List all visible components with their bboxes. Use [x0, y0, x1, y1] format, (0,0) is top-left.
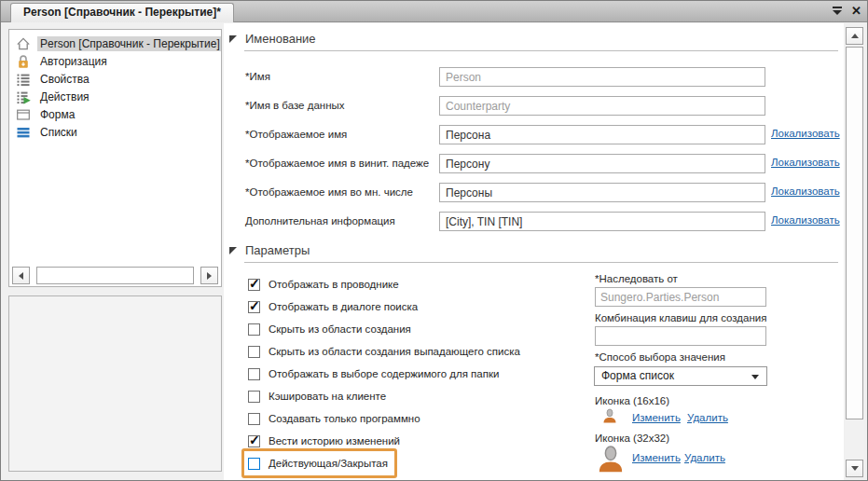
checkbox-keep-change-history[interactable]: Вести историю изменений [248, 433, 400, 449]
display-name-input[interactable] [439, 125, 765, 144]
person-icon-16 [602, 408, 617, 423]
name-input[interactable] [439, 67, 765, 87]
vertical-scrollbar [845, 27, 864, 477]
checkbox-show-in-search-dialog[interactable]: Отображать в диалоге поиска [248, 298, 418, 315]
checkbox-label: Отображать в выборе содержимого для папк… [269, 368, 499, 379]
icon16-label: Иконка (16x16) [595, 395, 768, 406]
icon32-delete-link[interactable]: Удалить [684, 452, 725, 463]
field-label: Дополнительная информация [245, 212, 395, 231]
arrow-down-icon [851, 466, 859, 471]
localize-link[interactable]: Локализовать [771, 157, 840, 168]
field-row-additional-info: Дополнительная информация Локализовать [245, 212, 861, 231]
tree-item-label: Действия [37, 89, 92, 104]
inherit-from-label: *Наследовать от [595, 273, 768, 284]
checkbox-show-in-explorer[interactable]: Отображать в проводнике [248, 276, 399, 293]
icon32-change-link[interactable]: Изменить [632, 452, 681, 463]
editor-content-pane: Именование *Имя *Имя в базе данных *Отоб… [224, 23, 844, 481]
arrow-right-icon [207, 272, 212, 280]
selection-mode-dropdown[interactable]: Форма список [594, 366, 767, 386]
checkbox-box[interactable] [248, 301, 260, 313]
localize-link[interactable]: Локализовать [771, 128, 840, 139]
db-name-input[interactable] [439, 96, 765, 116]
close-icon[interactable]: ✕ [851, 5, 861, 17]
field-row-display-name-plural: *Отображаемое имя во мн. числе Локализов… [245, 183, 861, 202]
vertical-scrollbar-thumb[interactable] [846, 47, 863, 419]
section-divider [244, 262, 838, 263]
icon16-change-link[interactable]: Изменить [632, 412, 681, 423]
chevron-down-icon [751, 375, 759, 379]
tree-item-label: Авторизация [37, 54, 110, 69]
checkbox-label: Отображать в проводнике [269, 279, 399, 290]
section-divider [244, 50, 838, 51]
display-name-plural-input[interactable] [439, 183, 765, 202]
scroll-up-button[interactable] [846, 27, 863, 45]
entity-editor-window: Person [Справочник - Перекрытие]* ✕ Pers… [0, 0, 868, 481]
scroll-right-button[interactable] [200, 267, 218, 284]
navigation-tree: Person [Справочник - Перекрытие] Авториз… [9, 34, 221, 141]
icon16-delete-link[interactable]: Удалить [687, 412, 728, 423]
checkbox-show-in-folder-content[interactable]: Отображать в выборе содержимого для папк… [248, 365, 499, 382]
tree-item-label: Person [Справочник - Перекрытие] [37, 36, 221, 51]
field-row-display-name: *Отображаемое имя Локализовать [245, 125, 861, 144]
window-position-icon[interactable] [832, 6, 843, 16]
naming-section-expander-icon[interactable] [229, 35, 237, 43]
checkbox-box[interactable] [248, 346, 260, 358]
horizontal-scrollbar-thumb[interactable] [36, 267, 194, 284]
tree-item-properties[interactable]: Свойства [9, 70, 221, 88]
properties-list-icon [16, 72, 31, 87]
checkbox-cache-on-client[interactable]: Кэшировать на клиенте [248, 388, 386, 405]
display-name-accusative-input[interactable] [439, 154, 765, 173]
checkbox-create-programmatically-only[interactable]: Создавать только программно [248, 410, 420, 427]
field-label: *Отображаемое имя [245, 125, 347, 144]
checkbox-box[interactable] [248, 458, 260, 470]
checkbox-label: Отображать в диалоге поиска [269, 301, 418, 312]
window-controls: ✕ [832, 5, 861, 17]
tree-item-label: Свойства [37, 72, 92, 87]
scroll-left-button[interactable] [12, 267, 30, 284]
inherit-input[interactable] [595, 287, 766, 307]
shortcut-label: Комбинация клавиш для создания [595, 312, 768, 323]
selection-mode-value: Форма список [601, 369, 674, 382]
window-position-triangle [833, 10, 842, 15]
field-row-name: *Имя [245, 67, 861, 87]
checkbox-hide-from-dropdown-creation[interactable]: Скрыть из области создания выпадающего с… [248, 343, 520, 360]
checkbox-active-closed[interactable]: Действующая/Закрытая [248, 455, 388, 472]
shortcut-input[interactable] [595, 326, 766, 346]
checkbox-box[interactable] [248, 323, 260, 336]
tree-item-actions[interactable]: Действия [9, 88, 221, 105]
localize-link[interactable]: Локализовать [771, 214, 840, 226]
checkbox-hide-from-creation-area[interactable]: Скрыть из области создания [248, 321, 411, 337]
checkbox-label: Скрыть из области создания [269, 323, 411, 335]
field-row-db-name: *Имя в базе данных [245, 96, 861, 116]
actions-run-icon [16, 89, 31, 104]
checkbox-box[interactable] [248, 391, 260, 403]
parameters-section-expander-icon[interactable] [229, 247, 237, 254]
lock-icon [16, 54, 31, 69]
tree-item-lists[interactable]: Списки [9, 123, 221, 141]
field-label: *Имя в базе данных [245, 96, 345, 116]
additional-info-input[interactable] [439, 212, 765, 231]
field-row-display-name-accusative: *Отображаемое имя в винит. падеже Локали… [245, 154, 861, 173]
document-tab[interactable]: Person [Справочник - Перекрытие]* [10, 3, 234, 22]
tree-item-label: Списки [37, 125, 80, 140]
checkbox-label: Создавать только программно [269, 413, 420, 424]
tree-horizontal-scrollbar [12, 267, 218, 284]
scroll-down-button[interactable] [846, 460, 863, 477]
navigation-tree-panel: Person [Справочник - Перекрытие] Авториз… [8, 29, 222, 287]
selection-mode-label: *Способ выбора значения [595, 351, 768, 363]
home-icon [16, 36, 31, 51]
icon32-label: Иконка (32x32) [595, 433, 768, 444]
tree-item-authorization[interactable]: Авторизация [9, 52, 221, 70]
tree-item-form[interactable]: Форма [9, 105, 221, 123]
checkbox-box[interactable] [248, 413, 260, 425]
checkbox-box[interactable] [248, 368, 260, 380]
checkbox-label: Кэшировать на клиенте [269, 391, 386, 402]
arrow-up-icon [851, 34, 859, 38]
tree-item-entity-root[interactable]: Person [Справочник - Перекрытие] [9, 34, 221, 52]
person-icon-32 [597, 445, 625, 473]
checkbox-box[interactable] [248, 279, 260, 291]
field-label: *Отображаемое имя в винит. падеже [245, 154, 429, 173]
checkbox-label: Скрыть из области создания выпадающего с… [269, 346, 520, 357]
checkbox-box[interactable] [248, 435, 260, 447]
localize-link[interactable]: Локализовать [771, 186, 840, 197]
